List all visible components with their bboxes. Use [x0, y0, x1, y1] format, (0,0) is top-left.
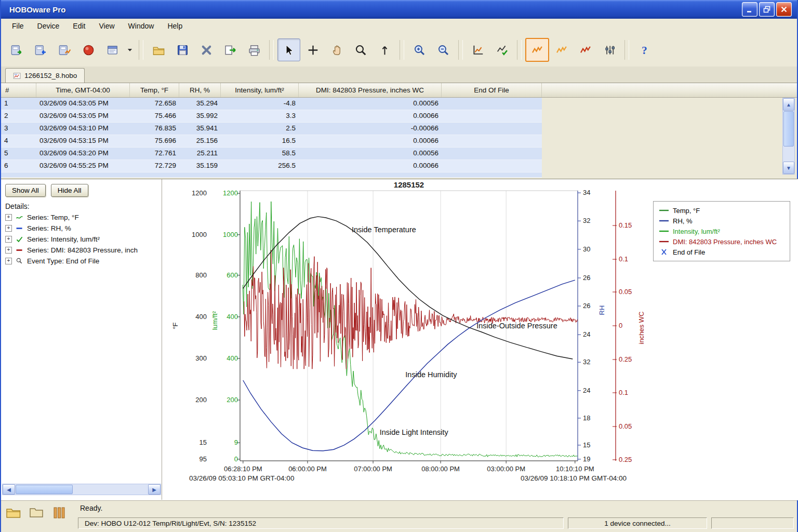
- crosshair-tool-button[interactable]: [301, 38, 324, 61]
- minimize-button[interactable]: [742, 2, 757, 17]
- zoom-tool-button[interactable]: [349, 38, 372, 61]
- folder-icon[interactable]: [28, 504, 45, 521]
- document-tab[interactable]: 1266152_8.hobo: [5, 68, 85, 83]
- table-row[interactable]: 203/26/09 04:53:05 PM75.46635.9923.30.00…: [1, 110, 542, 123]
- table-cell: 76.835: [130, 123, 179, 135]
- scroll-right-button[interactable]: ▶: [148, 484, 161, 495]
- expand-icon[interactable]: +: [5, 214, 12, 221]
- launch-device-button[interactable]: [5, 38, 28, 61]
- open-file-button[interactable]: [147, 38, 170, 61]
- plot-style-1-button[interactable]: [525, 38, 549, 62]
- stop-device-button[interactable]: [77, 38, 100, 61]
- legend-marker-icon: [659, 207, 669, 214]
- column-header[interactable]: End Of File: [442, 83, 542, 97]
- expand-icon[interactable]: +: [5, 225, 12, 232]
- tree-item[interactable]: + Series: Temp, °F: [5, 212, 161, 223]
- hide-all-button[interactable]: Hide All: [51, 184, 88, 197]
- scroll-up-button[interactable]: ▲: [783, 98, 794, 111]
- table-row[interactable]: 503/26/09 04:53:20 PM72.76125.21158.50.0…: [1, 148, 542, 160]
- table-cell: 0.00066: [299, 110, 442, 122]
- table-header-row: #Time, GMT-04:00Temp, °FRH, %Intensity, …: [1, 83, 797, 98]
- svg-text:1285152: 1285152: [394, 180, 424, 189]
- expand-icon[interactable]: +: [5, 247, 12, 254]
- plot-device-data-button[interactable]: [53, 38, 76, 61]
- table-body: 103/26/09 04:53:05 PM72.65835.294-4.80.0…: [1, 98, 542, 178]
- table-cell: 72.729: [130, 160, 179, 172]
- table-row[interactable]: 603/26/09 04:55:25 PM72.72935.159256.50.…: [1, 160, 542, 172]
- plot-style-3-button[interactable]: [574, 38, 597, 61]
- mark-points-button[interactable]: [490, 38, 513, 61]
- intensity-series-icon: [15, 235, 24, 244]
- plot-style-2-button[interactable]: [550, 38, 573, 61]
- tree-item[interactable]: + Series: Intensity, lum/ft²: [5, 234, 161, 245]
- menu-device[interactable]: Device: [31, 20, 66, 32]
- column-header[interactable]: Temp, °F: [130, 83, 179, 97]
- data-table-region: #Time, GMT-04:00Temp, °FRH, %Intensity, …: [1, 83, 797, 179]
- zoom-in-button[interactable]: [408, 38, 431, 61]
- axis-settings-icon: [471, 43, 485, 57]
- tree-item[interactable]: + Event Type: End of File: [5, 256, 161, 267]
- plot-parameters-button[interactable]: [598, 38, 621, 61]
- column-header[interactable]: Intensity, lum/ft²: [221, 83, 299, 97]
- open-folder-icon[interactable]: [5, 504, 22, 521]
- scrollbar-thumb[interactable]: [783, 111, 794, 147]
- zoom-out-button[interactable]: [432, 38, 455, 61]
- restore-button[interactable]: [759, 2, 775, 17]
- column-header[interactable]: DMI: 842803 Pressure, inches WC: [299, 83, 442, 97]
- device-status-button[interactable]: [101, 38, 124, 61]
- table-row[interactable]: 103/26/09 04:53:05 PM72.65835.294-4.80.0…: [1, 98, 542, 110]
- menu-help[interactable]: Help: [161, 20, 189, 32]
- help-button[interactable]: ?: [633, 38, 656, 61]
- expand-icon[interactable]: +: [5, 236, 12, 243]
- column-header[interactable]: Time, GMT-04:00: [36, 83, 130, 97]
- table-row-partial[interactable]: [1, 172, 542, 178]
- tab-label: 1266152_8.hobo: [24, 72, 77, 79]
- status-bar: Ready. Dev: HOBO U12-012 Temp/Rit/Light/…: [1, 500, 797, 532]
- export-data-button[interactable]: [219, 38, 242, 61]
- pan-tool-button[interactable]: [325, 38, 348, 61]
- column-header[interactable]: RH, %: [179, 83, 221, 97]
- scrollbar-thumb[interactable]: [16, 485, 73, 494]
- svg-text:0: 0: [234, 455, 238, 463]
- table-row[interactable]: 303/26/09 04:53:10 PM76.83535.9412.5-0.0…: [1, 123, 542, 135]
- chart-legend[interactable]: Temp, °F RH, % Intensity, lum/ft² DMI: 8…: [653, 201, 790, 261]
- status-dropdown-button[interactable]: [125, 38, 135, 61]
- menu-view[interactable]: View: [92, 20, 121, 32]
- chart-pane: 1200100080040030020015951200100060040040…: [163, 179, 798, 500]
- tree-item[interactable]: + Series: RH, %: [5, 223, 161, 234]
- svg-text:06:28:10 PM: 06:28:10 PM: [224, 465, 262, 473]
- svg-text:26: 26: [583, 274, 590, 282]
- scrollbar-track[interactable]: [73, 484, 148, 495]
- table-vertical-scrollbar[interactable]: ▲ ▼: [782, 98, 795, 175]
- menu-file[interactable]: File: [5, 20, 31, 32]
- select-tool-icon: [282, 43, 296, 57]
- close-button[interactable]: [776, 2, 792, 17]
- restore-icon: [762, 5, 772, 14]
- plot-device-data-icon: [58, 43, 72, 57]
- scroll-down-button[interactable]: ▼: [783, 162, 794, 174]
- scroll-left-button[interactable]: ◀: [3, 484, 15, 495]
- svg-text:1200: 1200: [223, 189, 238, 197]
- details-horizontal-scrollbar[interactable]: ◀ ▶: [2, 484, 161, 495]
- tree-item[interactable]: + Series: DMI: 842803 Pressure, inch: [5, 245, 161, 256]
- show-all-button[interactable]: Show All: [5, 184, 46, 197]
- save-file-button[interactable]: [171, 38, 194, 61]
- readout-device-button[interactable]: [29, 38, 52, 61]
- table-row[interactable]: 403/26/09 04:53:15 PM75.69625.15616.50.0…: [1, 135, 542, 148]
- expand-icon[interactable]: +: [5, 258, 12, 264]
- menu-window[interactable]: Window: [122, 20, 161, 32]
- select-tool-button[interactable]: [277, 38, 300, 61]
- svg-text:Inside-Outside Pressure: Inside-Outside Pressure: [476, 322, 557, 330]
- data-columns-icon[interactable]: [51, 504, 68, 521]
- svg-text:400: 400: [195, 313, 207, 321]
- svg-text:1000: 1000: [223, 231, 238, 238]
- scrollbar-track[interactable]: [783, 147, 794, 162]
- column-header[interactable]: #: [1, 83, 36, 97]
- svg-text:26: 26: [583, 302, 590, 310]
- print-button[interactable]: [243, 38, 265, 61]
- axis-settings-button[interactable]: [467, 38, 489, 61]
- close-file-button[interactable]: [195, 38, 218, 61]
- menu-edit[interactable]: Edit: [66, 20, 92, 32]
- legend-label: DMI: 842803 Pressure, inches WC: [673, 238, 777, 246]
- annotate-tool-button[interactable]: [373, 38, 396, 61]
